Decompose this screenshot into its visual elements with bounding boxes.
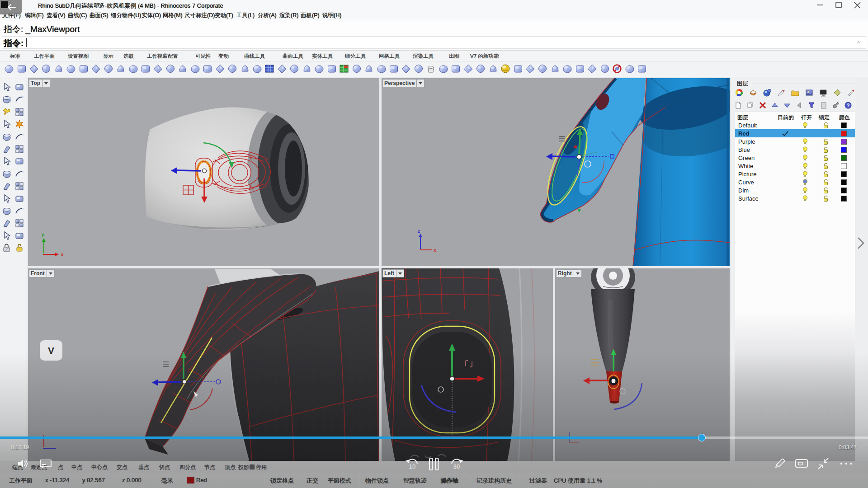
svg-text:x: x: [434, 248, 436, 253]
svg-text:z: z: [418, 229, 420, 234]
svg-text:30: 30: [453, 463, 460, 470]
svg-text:10: 10: [409, 463, 415, 470]
svg-text:x: x: [61, 252, 64, 257]
svg-text:y: y: [42, 232, 44, 237]
svg-text:?: ?: [847, 103, 850, 108]
